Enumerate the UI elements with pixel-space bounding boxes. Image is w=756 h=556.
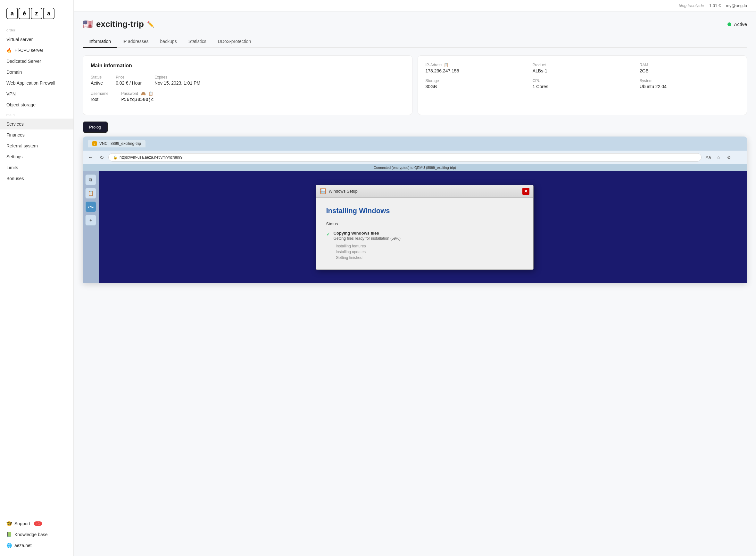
username-value: root <box>91 97 108 102</box>
support-badge: +1 <box>34 521 42 526</box>
username-item: Username root <box>91 91 108 102</box>
sidebar-item-services[interactable]: Services <box>0 118 73 130</box>
expires-value: Nov 15, 2023, 1:01 PM <box>154 80 200 85</box>
copy-ip-icon[interactable]: 📋 <box>444 63 449 67</box>
sidebar-item-waf[interactable]: Web Application Firewall <box>0 77 73 89</box>
url-bar[interactable]: 🔒 https://vm-usa.aeza.net/vm/vnc/8899 <box>108 153 701 162</box>
sidebar-item-hicpu-server[interactable]: 🔥 Hi-CPU server <box>0 45 73 56</box>
dialog-close-button[interactable]: ✕ <box>522 188 529 195</box>
setup-step-1: ✓ Copying Windows files Getting files re… <box>326 231 523 241</box>
info-row-2: Username root Password 🙈 📋 P56zq30500jc <box>91 91 405 102</box>
tab-ip-addresses[interactable]: IP addresses <box>117 36 154 48</box>
sidebar-item-settings[interactable]: Settings <box>0 151 73 162</box>
setup-step-3: Installing updates <box>336 249 523 255</box>
prolog-button[interactable]: Prolog <box>83 121 108 133</box>
browser-actions: Aa ☆ ⚙ ⋮ <box>704 153 743 162</box>
specs-card: IP-Adress 📋 178.236.247.156 Product ALBs… <box>418 56 747 115</box>
specs-grid: IP-Adress 📋 178.236.247.156 Product ALBs… <box>425 63 739 89</box>
domain-label: Domain <box>6 70 22 75</box>
browser-more-button[interactable]: ⋮ <box>735 153 743 162</box>
password-value: P56zq30500jc <box>121 97 153 102</box>
eye-off-icon[interactable]: 🙈 <box>141 91 146 96</box>
vpn-label: VPN <box>6 91 16 97</box>
topbar: blog.tasoly.de 1.01 € my@ang.lu <box>74 0 756 11</box>
tab-information[interactable]: Information <box>83 36 117 48</box>
sidebar-item-aeza[interactable]: 🌐 aeza.net <box>0 540 73 551</box>
sidebar-item-knowledge[interactable]: 📗 Knowledge base <box>0 529 73 540</box>
knowledge-emoji: 📗 <box>6 532 12 537</box>
system-spec: System Ubuntu 22.04 <box>640 78 739 89</box>
support-emoji: 🤓 <box>6 521 12 526</box>
vnc-tool-vnc[interactable]: VNC <box>85 201 96 212</box>
password-label: Password 🙈 📋 <box>121 91 153 96</box>
sidebar-item-referral[interactable]: Referral system <box>0 140 73 151</box>
logo-box: a é z a <box>6 8 67 19</box>
vnc-tool-add[interactable]: + <box>85 215 96 225</box>
sidebar-item-virtual-server[interactable]: Virtual server <box>0 34 73 45</box>
ip-value: 178.236.247.156 <box>425 68 525 73</box>
cpu-spec: CPU 1 Cores <box>532 78 632 89</box>
username-label: Username <box>91 91 108 96</box>
sidebar-item-bonuses[interactable]: Bonuses <box>0 173 73 184</box>
services-label: Services <box>6 121 24 127</box>
price-label: Price <box>116 75 142 79</box>
finances-label: Finances <box>6 132 25 137</box>
sidebar-item-finances[interactable]: Finances <box>0 130 73 140</box>
tab-ddos[interactable]: DDoS-protection <box>212 36 257 48</box>
sidebar-item-domain[interactable]: Domain <box>0 67 73 77</box>
ram-value: 2GB <box>640 68 739 73</box>
tab-statistics[interactable]: Statistics <box>183 36 212 48</box>
logo-char-e: é <box>19 8 30 19</box>
user-email: my@ang.lu <box>726 3 747 8</box>
cpu-value: 1 Cores <box>532 84 632 89</box>
watermark: blog.tasoly.de <box>679 3 704 8</box>
main-section-label: main <box>0 110 73 118</box>
status-dot <box>727 23 731 26</box>
sidebar-item-vpn[interactable]: VPN <box>0 89 73 99</box>
storage-value: 30GB <box>425 84 525 89</box>
sidebar-item-limits[interactable]: Limits <box>0 162 73 173</box>
setup-step-2: Installing features <box>336 243 523 249</box>
page-content: 🇺🇸 exciting-trip ✏️ Active Information I… <box>74 11 756 291</box>
cpu-label: CPU <box>532 78 632 83</box>
price-item: Price 0.02 € / Hour <box>116 75 142 85</box>
server-header: 🇺🇸 exciting-trip ✏️ Active <box>83 19 747 29</box>
vnc-tool-paste[interactable]: 📋 <box>85 188 96 199</box>
browser-tab[interactable]: V VNC | 8899_exciting-trip <box>88 140 145 147</box>
status-text: Active <box>734 22 747 27</box>
server-title: 🇺🇸 exciting-trip ✏️ <box>83 19 154 29</box>
virtual-server-label: Virtual server <box>6 37 33 42</box>
balance: 1.01 € <box>709 3 721 8</box>
browser-titlebar: V VNC | 8899_exciting-trip <box>83 137 747 151</box>
bookmark-button[interactable]: ☆ <box>714 153 723 162</box>
password-item: Password 🙈 📋 P56zq30500jc <box>121 91 153 102</box>
reload-button[interactable]: ↻ <box>97 153 106 162</box>
status-value: Active <box>91 80 103 85</box>
vnc-connected-bar: Connected (encrypted) to QEMU (8899_exci… <box>83 164 747 171</box>
vnc-container: Prolog V VNC | 8899_exciting-trip ← ↻ 🔒 … <box>83 121 747 283</box>
tab-backups[interactable]: backups <box>154 36 183 48</box>
server-name: exciting-trip <box>96 19 144 29</box>
browser-toolbar: ← ↻ 🔒 https://vm-usa.aeza.net/vm/vnc/889… <box>83 151 747 164</box>
browser-settings-button[interactable]: ⚙ <box>725 153 733 162</box>
vnc-screen[interactable]: ⧉ 📋 VNC + 🪟 Windows Setup ✕ <box>83 171 747 283</box>
server-flag: 🇺🇸 <box>83 19 93 29</box>
reader-mode-button[interactable]: Aa <box>704 153 713 162</box>
sidebar-item-dedicated-server[interactable]: Dedicated Server <box>0 56 73 67</box>
vnc-tool-copy[interactable]: ⧉ <box>85 174 96 185</box>
logo-char-a2: a <box>43 8 55 19</box>
logo-char-z: z <box>31 8 42 19</box>
status-item: Status Active <box>91 75 103 85</box>
sidebar-item-object-storage[interactable]: Object storage <box>0 99 73 110</box>
sidebar-item-support[interactable]: 🤓 Support +1 <box>0 518 73 529</box>
sidebar-bottom: 🤓 Support +1 📗 Knowledge base 🌐 aeza.net <box>0 514 73 551</box>
copy-icon[interactable]: 📋 <box>148 91 153 96</box>
knowledge-label: Knowledge base <box>14 532 48 537</box>
back-button[interactable]: ← <box>87 153 95 162</box>
windows-setup-dialog: 🪟 Windows Setup ✕ Installing Windows Sta… <box>316 185 534 270</box>
status-badge: Active <box>727 22 747 27</box>
windows-icon: 🪟 <box>320 188 326 194</box>
edit-icon[interactable]: ✏️ <box>147 21 154 28</box>
vnc-tools: ⧉ 📋 VNC + <box>83 171 99 283</box>
object-storage-label: Object storage <box>6 102 36 107</box>
